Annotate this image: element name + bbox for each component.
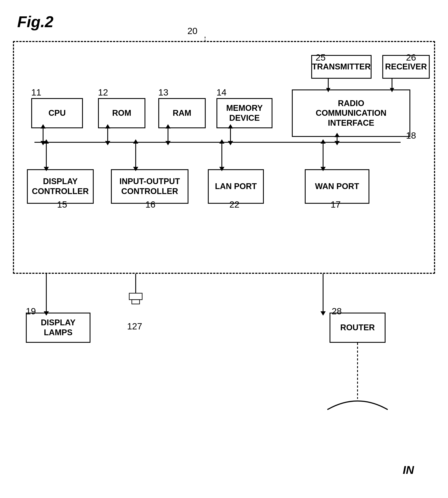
ram-box: RAM [158, 98, 206, 128]
io-controller-box: INPUT-OUTPUT CONTROLLER [111, 169, 189, 204]
memory-device-label: MEMORY DEVICE [226, 103, 263, 123]
ref-22: 22 [229, 199, 240, 210]
ref-12: 12 [98, 87, 108, 98]
receiver-label: RECEIVER [385, 62, 427, 72]
rom-box: ROM [98, 98, 145, 128]
router-label: ROUTER [340, 323, 375, 333]
figure-label: Fig.2 [17, 13, 53, 31]
ref-20: 20 [187, 26, 197, 36]
display-controller-label: DISPLAY CONTROLLER [32, 177, 89, 196]
cpu-box: CPU [31, 98, 83, 128]
io-controller-label: INPUT-OUTPUT CONTROLLER [120, 177, 180, 196]
rom-label: ROM [112, 108, 131, 118]
ref-127: 127 [127, 321, 142, 332]
wan-port-label: WAN PORT [315, 182, 359, 191]
svg-rect-41 [132, 300, 140, 304]
ref-18: 18 [406, 130, 416, 141]
memory-device-box: MEMORY DEVICE [216, 98, 272, 128]
internet-label: IN [403, 464, 414, 477]
ref-14: 14 [216, 87, 226, 98]
ref-28: 28 [332, 306, 342, 316]
svg-rect-40 [129, 293, 142, 300]
ref-16: 16 [145, 199, 156, 210]
ref-13: 13 [158, 87, 168, 98]
ref-17: 17 [331, 199, 341, 210]
router-box: ROUTER [330, 313, 385, 343]
radio-comm-interface-box: RADIO COMMUNICATION INTERFACE [292, 89, 410, 137]
transmitter-label: TRANSMITTER [312, 62, 371, 72]
wan-port-box: WAN PORT [305, 169, 369, 204]
display-lamps-box: DISPLAY LAMPS [26, 313, 91, 343]
lan-port-box: LAN PORT [208, 169, 264, 204]
svg-marker-43 [320, 311, 326, 316]
display-lamps-label: DISPLAY LAMPS [41, 318, 75, 337]
ref-26: 26 [406, 52, 416, 63]
display-controller-box: DISPLAY CONTROLLER [27, 169, 94, 204]
cpu-label: CPU [48, 108, 66, 118]
ref-11: 11 [31, 87, 41, 98]
main-device-container: TRANSMITTER 25 RECEIVER 26 CPU 11 ROM 12… [13, 41, 435, 274]
radio-comm-label: RADIO COMMUNICATION INTERFACE [316, 99, 387, 128]
ref-19: 19 [26, 306, 36, 316]
ref-25: 25 [316, 52, 326, 63]
lan-port-label: LAN PORT [215, 182, 257, 191]
ram-label: RAM [173, 108, 192, 118]
ref-15: 15 [57, 199, 67, 210]
